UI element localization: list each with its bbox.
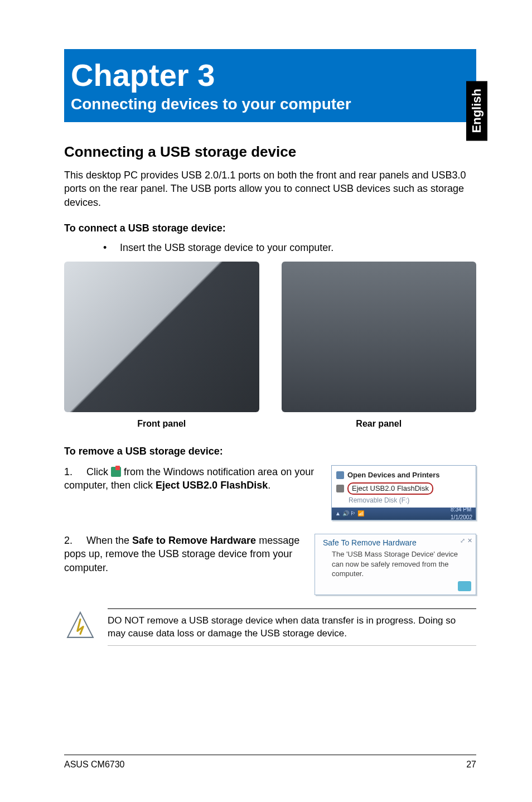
chapter-subtitle: Connecting devices to your computer bbox=[71, 95, 470, 113]
menu-removable-disk: Removable Disk (F:) bbox=[336, 496, 471, 505]
taskbar-tray-icons: ▲ 🔊 🏳 📶 bbox=[335, 510, 364, 518]
step2-bold: Safe to Remove Hardware bbox=[132, 535, 256, 546]
safe-remove-tooltip: ⤢✕ Safe To Remove Hardware The 'USB Mass… bbox=[315, 534, 476, 595]
connect-heading: To connect a USB storage device: bbox=[64, 223, 476, 234]
step-number-2: 2. bbox=[64, 534, 86, 547]
taskbar-time: 8:34 PM bbox=[451, 506, 471, 513]
language-tab: English bbox=[466, 81, 487, 141]
eject-icon bbox=[336, 485, 344, 492]
remove-step-2: 2.When the Safe to Remove Hardware messa… bbox=[64, 534, 476, 595]
usb-tray-icon bbox=[458, 581, 471, 591]
tray-eject-icon bbox=[111, 467, 121, 477]
warning-text: DO NOT remove a USB storage device when … bbox=[108, 615, 476, 640]
warning-icon bbox=[64, 611, 96, 640]
warning-note: DO NOT remove a USB storage device when … bbox=[64, 608, 476, 652]
section-intro: This desktop PC provides USB 2.0/1.1 por… bbox=[64, 168, 476, 209]
front-panel-caption: Front panel bbox=[64, 419, 259, 429]
rear-panel-illustration bbox=[282, 262, 477, 412]
footer-model: ASUS CM6730 bbox=[64, 760, 125, 770]
chapter-banner: Chapter 3 Connecting devices to your com… bbox=[64, 49, 476, 122]
tooltip-close-icon: ✕ bbox=[467, 537, 472, 545]
taskbar-preview: ▲ 🔊 🏳 📶 8:34 PM1/1/2002 bbox=[332, 508, 476, 520]
eject-context-menu: Open Devices and Printers Eject USB2.0 F… bbox=[331, 465, 476, 520]
taskbar-date: 1/1/2002 bbox=[451, 514, 472, 520]
section-heading: Connecting a USB storage device bbox=[64, 143, 476, 161]
safe-remove-title: Safe To Remove Hardware bbox=[323, 538, 417, 548]
bullet-icon: • bbox=[103, 242, 120, 254]
devices-printers-icon bbox=[336, 471, 344, 479]
menu-open-devices: Open Devices and Printers bbox=[347, 470, 439, 480]
connect-bullet: • Insert the USB storage device to your … bbox=[64, 242, 476, 254]
chapter-title: Chapter 3 bbox=[71, 57, 470, 93]
menu-eject-flashdisk: Eject USB2.0 FlashDisk bbox=[347, 482, 433, 495]
step1-text-pre: Click bbox=[86, 466, 111, 477]
safe-remove-body: The 'USB Mass Storage Device' device can… bbox=[332, 549, 471, 579]
step1-end: . bbox=[268, 480, 270, 491]
rear-panel-caption: Rear panel bbox=[282, 419, 477, 429]
step1-bold: Eject USB2.0 FlashDisk bbox=[156, 480, 268, 491]
rear-panel-figure: Rear panel bbox=[282, 262, 477, 429]
tooltip-min-icon: ⤢ bbox=[460, 537, 465, 545]
step-number-1: 1. bbox=[64, 465, 86, 479]
remove-heading: To remove a USB storage device: bbox=[64, 446, 476, 457]
page-footer: ASUS CM6730 27 bbox=[64, 755, 476, 770]
connect-bullet-text: Insert the USB storage device to your co… bbox=[120, 242, 333, 254]
remove-step-1: 1.Click from the Windows notification ar… bbox=[64, 465, 476, 520]
step2-text-pre: When the bbox=[86, 535, 132, 546]
front-panel-figure: Front panel bbox=[64, 262, 259, 429]
footer-page-number: 27 bbox=[466, 760, 476, 770]
front-panel-illustration bbox=[64, 262, 259, 412]
